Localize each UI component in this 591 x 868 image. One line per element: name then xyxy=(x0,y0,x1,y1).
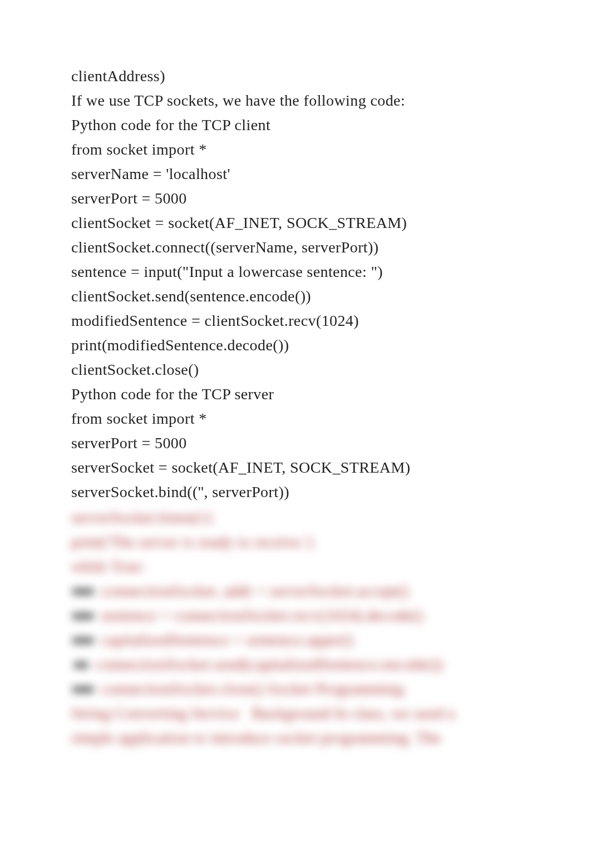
indent-dots-icon: ●● xyxy=(71,652,89,677)
code-line: modifiedSentence = clientSocket.recv(102… xyxy=(71,309,530,333)
code-line: serverSocket.bind(('', serverPort)) xyxy=(71,480,530,504)
blurred-line: ●●● connectionSocket, addr = serverSocke… xyxy=(71,579,530,603)
indent-dots-icon: ●●● xyxy=(71,628,95,652)
code-line: from socket import * xyxy=(71,406,530,431)
blurred-line: ●●● capitalizedSentence = sentence.upper… xyxy=(71,628,530,652)
code-line: If we use TCP sockets, we have the follo… xyxy=(71,88,530,113)
blurred-line: simple application to introduce socket p… xyxy=(71,726,530,750)
code-line: serverPort = 5000 xyxy=(71,431,530,455)
code-line: from socket import * xyxy=(71,137,530,162)
document-text-block: clientAddress) If we use TCP sockets, we… xyxy=(0,0,591,504)
blurred-line: ●●● sentence = connectionSocket.recv(102… xyxy=(71,603,530,628)
code-line: clientAddress) xyxy=(71,64,530,88)
blurred-line: ●●● connectionSocket.close() Socket Prog… xyxy=(71,677,530,701)
code-line: clientSocket = socket(AF_INET, SOCK_STRE… xyxy=(71,211,530,235)
code-line: serverSocket = socket(AF_INET, SOCK_STRE… xyxy=(71,455,530,480)
blurred-line: ●● connectionSocket.send(capitalizedSent… xyxy=(71,652,530,677)
code-line: sentence = input("Input a lowercase sent… xyxy=(71,260,530,284)
code-line: Python code for the TCP server xyxy=(71,382,530,406)
code-line: clientSocket.connect((serverName, server… xyxy=(71,235,530,260)
code-line: Python code for the TCP client xyxy=(71,113,530,137)
indent-dots-icon: ●●● xyxy=(71,603,95,628)
blurred-line: while True: xyxy=(71,554,530,579)
code-line: clientSocket.send(sentence.encode()) xyxy=(71,284,530,309)
blurred-line: String Converting Service Background In … xyxy=(71,701,530,726)
indent-dots-icon: ●●● xyxy=(71,579,95,603)
code-line: print(modifiedSentence.decode()) xyxy=(71,333,530,358)
code-line: serverPort = 5000 xyxy=(71,186,530,211)
code-line: clientSocket.close() xyxy=(71,358,530,382)
blurred-line: serverSocket.listen(1) xyxy=(71,505,530,530)
blurred-line: print('The server is ready to receive.') xyxy=(71,530,530,554)
code-line: serverName = 'localhost' xyxy=(71,162,530,186)
indent-dots-icon: ●●● xyxy=(71,677,95,701)
blurred-preview-block: serverSocket.listen(1) print('The server… xyxy=(0,505,591,750)
